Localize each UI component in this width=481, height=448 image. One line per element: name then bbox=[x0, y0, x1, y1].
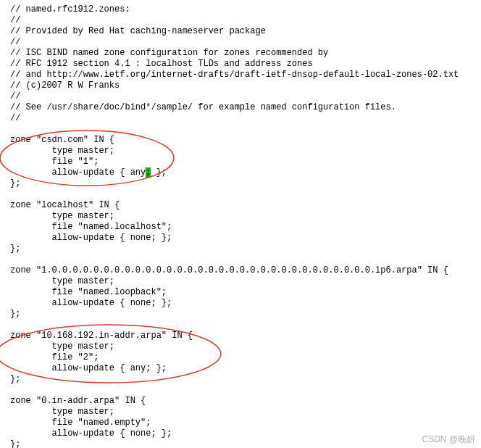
zone-open: zone "csdn.com" IN { bbox=[10, 135, 114, 145]
comment-line: // bbox=[10, 37, 20, 47]
comment-line: // See /usr/share/doc/bind*/sample/ for … bbox=[10, 102, 396, 112]
config-file-view: // named.rfc1912.zones: // // Provided b… bbox=[0, 0, 481, 448]
zone-type: type master; bbox=[10, 276, 114, 286]
zone-allow-update: allow-update { none; }; bbox=[10, 298, 172, 308]
zone-file: file "2"; bbox=[10, 352, 99, 362]
zone-close: }; bbox=[10, 374, 20, 384]
zone-type: type master; bbox=[10, 407, 114, 417]
zone-file: file "1"; bbox=[10, 157, 99, 167]
zone-allow-update: allow-update { any; }; bbox=[10, 167, 167, 178]
allow-post: }; bbox=[151, 167, 167, 178]
allow-pre: allow-update { any bbox=[10, 167, 146, 178]
zone-type: type master; bbox=[10, 211, 114, 221]
zone-type: type master; bbox=[10, 146, 114, 156]
zone-allow-update: allow-update { any; }; bbox=[10, 363, 167, 373]
zone-open: zone "1.0.0.0.0.0.0.0.0.0.0.0.0.0.0.0.0.… bbox=[10, 265, 448, 275]
zone-type: type master; bbox=[10, 341, 114, 352]
comment-line: // ISC BIND named zone configuration for… bbox=[10, 48, 328, 58]
comment-line: // RFC 1912 section 4.1 : localhost TLDs… bbox=[10, 59, 313, 69]
zone-close: }; bbox=[10, 178, 20, 188]
comment-line: // (c)2007 R W Franks bbox=[10, 80, 120, 91]
zone-close: }; bbox=[10, 309, 20, 319]
zone-open: zone "localhost" IN { bbox=[10, 200, 120, 210]
comment-line: // bbox=[10, 15, 20, 25]
comment-line: // Provided by Red Hat caching-nameserve… bbox=[10, 26, 266, 36]
zone-file: file "named.empty"; bbox=[10, 418, 151, 428]
zone-open: zone "10.168.192.in-addr.arpa" IN { bbox=[10, 331, 193, 341]
zone-file: file "named.loopback"; bbox=[10, 287, 167, 297]
zone-close: }; bbox=[10, 439, 20, 448]
zone-allow-update: allow-update { none; }; bbox=[10, 233, 172, 243]
comment-line: // named.rfc1912.zones: bbox=[10, 4, 130, 14]
comment-line: // and http://www.ietf.org/internet-draf… bbox=[10, 70, 459, 80]
zone-open: zone "0.in-addr.arpa" IN { bbox=[10, 396, 146, 406]
code-block: // named.rfc1912.zones: // // Provided b… bbox=[0, 0, 481, 448]
zone-file: file "named.localhost"; bbox=[10, 222, 172, 232]
zone-close: }; bbox=[10, 244, 20, 254]
zone-allow-update: allow-update { none; }; bbox=[10, 428, 172, 439]
comment-line: // bbox=[10, 91, 20, 101]
comment-line: // bbox=[10, 113, 20, 123]
